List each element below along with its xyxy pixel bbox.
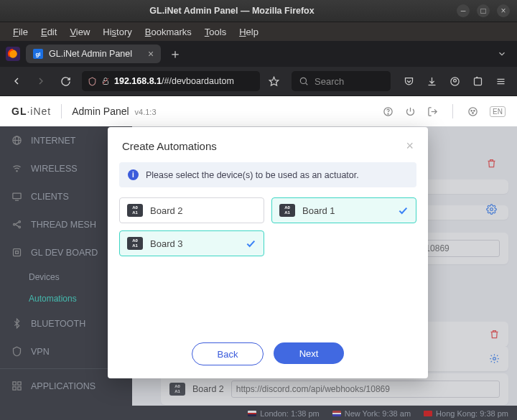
panel-title: Admin Panel v4.1:3 <box>72 106 156 117</box>
modal-title: Create Automations <box>122 140 217 152</box>
svg-marker-3 <box>269 77 279 85</box>
modal-close-button[interactable]: × <box>406 139 414 154</box>
downloads-button[interactable] <box>421 70 442 92</box>
create-automations-modal: Create Automations × i Please select the… <box>108 127 428 378</box>
help-icon[interactable] <box>383 106 393 117</box>
power-icon[interactable] <box>405 106 416 117</box>
nav-reload-button[interactable] <box>55 70 76 92</box>
shield-icon <box>88 77 97 86</box>
extensions-button[interactable] <box>467 70 488 92</box>
info-icon: i <box>128 169 139 180</box>
search-icon <box>299 76 309 86</box>
svg-point-13 <box>388 113 388 114</box>
back-button[interactable]: Back <box>192 342 264 365</box>
window-title: GL.iNet Admin Panel — Mozilla Firefox <box>7 6 457 16</box>
device-option-board-3[interactable]: A0A1Board 3 <box>119 230 264 256</box>
menu-help[interactable]: Help <box>233 25 264 39</box>
svg-point-18 <box>472 112 474 113</box>
svg-point-7 <box>453 79 456 82</box>
firefox-icon <box>6 47 20 61</box>
svg-rect-8 <box>474 78 481 85</box>
device-label: Board 2 <box>150 205 183 216</box>
svg-point-17 <box>474 110 475 111</box>
tab-label: GL.iNet Admin Panel <box>49 49 132 59</box>
check-icon <box>245 238 256 249</box>
search-bar[interactable]: Search <box>292 71 391 91</box>
device-option-board-1[interactable]: A0A1Board 1 <box>271 197 416 223</box>
device-label: Board 3 <box>150 238 183 249</box>
modal-info: i Please select the device(s) to be used… <box>119 162 416 187</box>
menu-bookmarks[interactable]: Bookmarks <box>139 25 197 39</box>
app-brand: GL·iNet <box>11 106 51 117</box>
pocket-button[interactable] <box>398 70 419 92</box>
new-tab-button[interactable]: ＋ <box>165 44 185 64</box>
menu-file[interactable]: File <box>7 25 34 39</box>
window-maximize-button[interactable]: □ <box>477 4 490 17</box>
favicon-icon: gl <box>33 49 43 59</box>
url-bar[interactable]: 192.168.8.1/#/devboardautom <box>82 71 260 91</box>
board-icon: A0A1 <box>127 237 143 250</box>
svg-line-5 <box>306 83 308 85</box>
nav-forward-button[interactable] <box>30 70 52 92</box>
svg-point-4 <box>300 78 306 83</box>
theme-icon[interactable] <box>467 106 478 117</box>
menu-view[interactable]: View <box>64 25 96 39</box>
account-button[interactable] <box>444 70 465 92</box>
language-badge[interactable]: EN <box>490 106 506 117</box>
menu-tools[interactable]: Tools <box>199 25 232 39</box>
bookmark-button[interactable] <box>263 70 284 92</box>
menubar: File Edit View History Bookmarks Tools H… <box>0 22 517 41</box>
board-icon: A0A1 <box>279 204 295 217</box>
device-option-board-2[interactable]: A0A1Board 2 <box>119 197 264 223</box>
lock-icon <box>101 77 110 85</box>
logout-icon[interactable] <box>427 106 438 117</box>
check-icon <box>397 205 409 216</box>
url-text: 192.168.8.1/#/devboardautom <box>114 76 234 86</box>
next-button[interactable]: Next <box>274 342 344 364</box>
search-placeholder: Search <box>315 76 344 87</box>
svg-point-15 <box>469 107 477 115</box>
window-minimize-button[interactable]: – <box>457 4 470 17</box>
browser-tab[interactable]: gl GL.iNet Admin Panel × <box>26 45 161 63</box>
svg-point-16 <box>471 110 472 111</box>
menu-edit[interactable]: Edit <box>35 25 62 39</box>
tab-close-button[interactable]: × <box>148 48 154 60</box>
app-menu-button[interactable] <box>490 70 511 92</box>
tabs-dropdown-button[interactable] <box>493 45 511 63</box>
board-icon: A0A1 <box>127 204 143 217</box>
device-label: Board 1 <box>302 205 335 216</box>
menu-history[interactable]: History <box>97 25 137 39</box>
window-close-button[interactable]: × <box>497 4 510 17</box>
nav-back-button[interactable] <box>6 70 27 92</box>
